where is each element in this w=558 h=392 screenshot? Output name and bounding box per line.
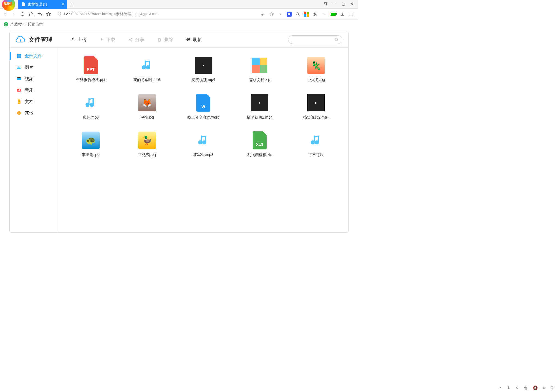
reload-button[interactable] — [20, 12, 25, 17]
svg-point-0 — [296, 13, 299, 15]
file-thumbnail — [81, 93, 100, 112]
svg-rect-12 — [19, 56, 21, 58]
file-item[interactable]: ▶搞笑视频2.mp4 — [289, 93, 343, 120]
file-item[interactable]: 🦎小火龙.jpg — [289, 56, 343, 82]
sidebar-item-music[interactable]: 音乐 — [10, 85, 58, 96]
file-item[interactable]: 🦊伊布.jpg — [120, 93, 174, 120]
app-badge: 迅捷G — [3, 2, 12, 6]
address-bar[interactable]: 127.0.0.1:32767/start.html#p=素材管理__1_&g=… — [55, 11, 255, 17]
sidebar-item-label: 视频 — [25, 76, 33, 82]
music-icon — [17, 88, 21, 93]
file-thumbnail — [306, 131, 326, 150]
file-name: 私奔.mp3 — [83, 115, 99, 120]
minimize-button[interactable]: ― — [332, 2, 337, 7]
download-button[interactable]: 下载 — [99, 36, 116, 43]
search-toolbar-icon[interactable] — [295, 12, 300, 17]
svg-rect-4 — [100, 41, 103, 41]
grid-icon — [17, 54, 21, 58]
search-input[interactable] — [288, 35, 342, 44]
file-thumbnail: 🦊 — [138, 93, 157, 112]
svg-rect-11 — [17, 56, 19, 58]
bookmark-link[interactable]: 产品大牛 - 托管·演示 — [10, 22, 43, 27]
refresh-button[interactable]: 刷新 — [186, 36, 202, 43]
file-thumbnail: ▶ — [194, 56, 213, 75]
disc-icon — [17, 111, 21, 116]
browser-titlebar: 迅捷G 素材管理 (1) × + ― ▢ ✕ — [0, 0, 358, 9]
svg-point-2 — [314, 15, 315, 16]
svg-point-1 — [314, 13, 315, 14]
sidebar-item-disc[interactable]: 其他 — [10, 107, 58, 119]
sidebar-item-image[interactable]: 图片 — [10, 62, 58, 73]
file-thumbnail: PPT — [81, 56, 100, 75]
microsoft-icon[interactable] — [304, 12, 309, 17]
file-thumbnail — [138, 56, 157, 75]
file-name: 搞笑视频1.mp4 — [247, 115, 273, 120]
new-tab-button[interactable]: + — [67, 1, 76, 7]
svg-point-17 — [18, 77, 18, 78]
close-window-button[interactable]: ✕ — [350, 2, 354, 7]
sidebar-item-doc[interactable]: 文档 — [10, 96, 58, 107]
bookmark-bar: 产品大牛 - 托管·演示 — [0, 20, 358, 29]
file-item[interactable]: ▶搞笑视频1.mp4 — [233, 93, 287, 120]
panel-title: 文件管理 — [29, 36, 52, 44]
file-item[interactable]: ▶搞笑视频.mp4 — [176, 56, 230, 82]
file-grid: PPT年终报告模板.ppt我的将军啊.mp3▶搞笑视频.mp4需求文档.zip🦎… — [58, 48, 348, 232]
file-item[interactable]: 将军令.mp3 — [176, 131, 230, 157]
undo-button[interactable] — [38, 12, 42, 17]
file-item[interactable]: 私奔.mp3 — [64, 93, 117, 120]
menu-icon[interactable] — [349, 12, 354, 17]
doc-icon — [17, 99, 21, 104]
favorite-icon[interactable] — [269, 12, 274, 17]
sidebar-item-label: 其他 — [25, 110, 33, 116]
file-name: 线上分享流程.word — [187, 115, 219, 120]
svg-rect-9 — [17, 54, 19, 56]
file-name: 可不可以 — [308, 153, 324, 157]
file-item[interactable]: XLS利润表模板.xls — [233, 131, 287, 157]
home-button[interactable] — [29, 12, 34, 17]
sidebar-item-video[interactable]: 视频 — [10, 73, 58, 85]
tshirt-icon[interactable] — [324, 2, 328, 7]
file-thumbnail — [194, 131, 213, 150]
file-item[interactable]: PPT年终报告模板.ppt — [64, 56, 117, 82]
file-item[interactable]: 需求文档.zip — [233, 56, 287, 82]
bookmark-favicon — [4, 22, 8, 26]
sidebar-item-label: 全部文件 — [25, 53, 42, 59]
file-name: 搞笑视频2.mp4 — [303, 115, 329, 120]
maximize-button[interactable]: ▢ — [341, 2, 345, 7]
battery-icon[interactable] — [330, 13, 336, 16]
browser-tab[interactable]: 素材管理 (1) × — [18, 0, 67, 9]
download-icon[interactable] — [340, 12, 345, 17]
file-item[interactable]: 可不可以 — [289, 131, 343, 157]
file-name: 利润表模板.xls — [247, 153, 272, 157]
scissors-icon[interactable] — [313, 12, 318, 17]
file-name: 可达鸭.jpg — [138, 153, 156, 157]
back-button[interactable] — [3, 12, 8, 17]
file-manager-panel: 文件管理 上传 下载 分享 删除 刷新 全部文件图片视频音乐文档其他 PPT年终… — [9, 32, 349, 233]
file-item[interactable]: 🐢车里龟.jpg — [64, 131, 117, 157]
video-icon — [17, 76, 21, 81]
file-name: 我的将军啊.mp3 — [133, 77, 161, 82]
file-name: 伊布.jpg — [140, 115, 154, 120]
svg-rect-10 — [19, 54, 21, 56]
file-name: 年终报告模板.ppt — [76, 77, 105, 82]
file-item[interactable]: W线上分享流程.word — [176, 93, 230, 120]
file-thumbnail: ▶ — [250, 93, 269, 112]
forward-button[interactable] — [11, 12, 16, 17]
file-thumbnail: 🦎 — [306, 56, 326, 75]
bookmark-star-button[interactable] — [46, 12, 51, 17]
lightning-icon[interactable] — [261, 12, 265, 17]
chevron-down-icon[interactable] — [278, 12, 283, 17]
share-button[interactable]: 分享 — [128, 36, 144, 43]
upload-button[interactable]: 上传 — [70, 36, 87, 43]
sidebar-item-label: 图片 — [25, 65, 33, 70]
tab-close-icon[interactable]: × — [62, 2, 64, 7]
dropdown-dot-icon[interactable]: ▾ — [321, 12, 326, 17]
svg-point-18 — [19, 77, 19, 78]
browser-toolbar: 127.0.0.1:32767/start.html#p=素材管理__1_&g=… — [0, 9, 358, 20]
sidebar-item-grid[interactable]: 全部文件 — [10, 50, 58, 62]
svg-point-19 — [20, 77, 21, 78]
file-item[interactable]: 🦆可达鸭.jpg — [120, 131, 174, 157]
delete-button[interactable]: 删除 — [157, 36, 173, 43]
paw-icon[interactable] — [287, 12, 292, 17]
file-item[interactable]: 我的将军啊.mp3 — [120, 56, 174, 82]
